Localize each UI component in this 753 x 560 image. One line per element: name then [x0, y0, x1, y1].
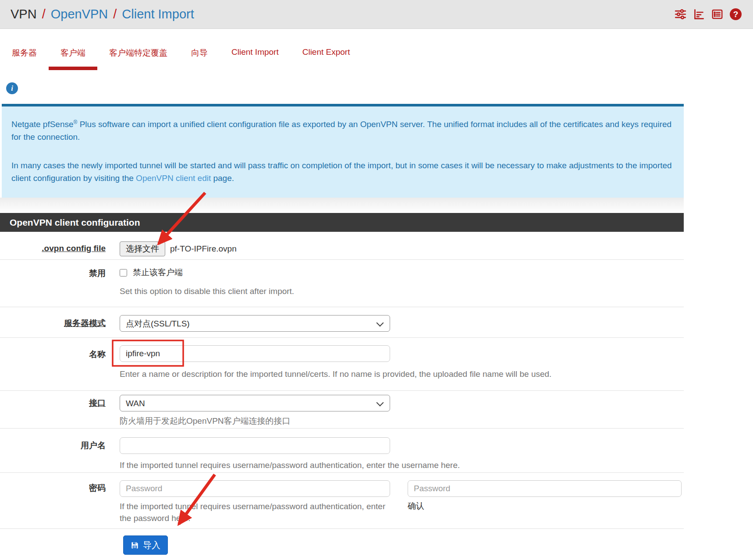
selected-file-name: pf-TO-IPFire.ovpn — [170, 244, 237, 254]
password-help-text: If the imported tunnel requires username… — [120, 500, 390, 524]
tab-client-export[interactable]: Client Export — [291, 45, 362, 70]
import-button-label: 导入 — [143, 539, 160, 551]
breadcrumb-separator: / — [113, 7, 117, 21]
top-breadcrumb-bar: VPN / OpenVPN / Client Import ? — [0, 0, 753, 29]
breadcrumb-root: VPN — [11, 7, 37, 21]
breadcrumb-separator: / — [42, 7, 46, 21]
tab-client-import[interactable]: Client Import — [220, 45, 291, 70]
disable-label: 禁用 — [89, 269, 106, 278]
save-icon — [131, 541, 139, 549]
password-label: 密码 — [89, 483, 106, 493]
interface-label: 接口 — [89, 398, 106, 408]
username-label: 用户名 — [81, 441, 106, 450]
alert-text: Netgate pfSense — [11, 120, 74, 129]
disable-checkbox-row: 禁止该客户端 — [120, 267, 684, 278]
alert-text: Plus software can import a unified clien… — [11, 120, 671, 142]
list-icon[interactable] — [711, 8, 723, 20]
form-row-server-mode: 服务器模式 点对点(SSL/TLS) — [0, 307, 684, 338]
panel-shadow-strip — [0, 198, 684, 213]
alert-paragraph-2: In many cases the newly imported tunnel … — [11, 159, 673, 184]
interface-select-wrap: WAN — [120, 395, 390, 411]
breadcrumb-link-openvpn[interactable]: OpenVPN — [51, 7, 108, 21]
name-label: 名称 — [89, 350, 106, 359]
interface-help-text: 防火墙用于发起此OpenVPN客户端连接的接口 — [120, 415, 684, 427]
ovpn-file-label: .ovpn config file — [42, 244, 106, 253]
form-row-ovpn-file: .ovpn config file 选择文件 pf-TO-IPFire.ovpn — [0, 232, 684, 260]
server-mode-label: 服务器模式 — [64, 319, 106, 328]
alert-text: page. — [211, 174, 234, 183]
form-row-password: 密码 If the imported tunnel requires usern… — [0, 473, 684, 529]
tab-bar: 服务器 客户端 客户端特定覆盖 向导 Client Import Client … — [0, 45, 753, 70]
disable-help-text: Set this option to disable this client a… — [120, 285, 684, 297]
sliders-icon[interactable] — [675, 8, 686, 20]
openvpn-client-configuration-panel: OpenVPN client configuration .ovpn confi… — [0, 213, 684, 555]
choose-file-button[interactable]: 选择文件 — [120, 241, 165, 256]
tab-wizard[interactable]: 向导 — [179, 45, 220, 70]
breadcrumb-link-client-import[interactable]: Client Import — [122, 7, 194, 21]
disable-checkbox-label: 禁止该客户端 — [133, 267, 183, 278]
password-confirm-input[interactable] — [408, 480, 682, 497]
panel-title: OpenVPN client configuration — [0, 213, 684, 232]
form-row-disable: 禁用 禁止该客户端 Set this option to disable thi… — [0, 260, 684, 307]
tab-clients[interactable]: 客户端 — [49, 45, 97, 70]
breadcrumb: VPN / OpenVPN / Client Import — [11, 7, 194, 21]
import-button[interactable]: 导入 — [123, 535, 168, 555]
openvpn-client-edit-link[interactable]: OpenVPN client edit — [136, 174, 211, 183]
alert-text: In many cases the newly imported tunnel … — [11, 161, 672, 183]
server-mode-select-wrap: 点对点(SSL/TLS) — [120, 315, 390, 332]
bar-chart-icon[interactable] — [693, 8, 705, 20]
tab-client-specific-overrides[interactable]: 客户端特定覆盖 — [97, 45, 179, 70]
name-help-text: Enter a name or description for the impo… — [120, 368, 684, 380]
interface-select[interactable]: WAN — [120, 395, 390, 411]
info-icon[interactable]: i — [6, 82, 18, 94]
form-row-username: 用户名 If the imported tunnel requires user… — [0, 429, 684, 473]
tab-servers[interactable]: 服务器 — [0, 45, 49, 70]
form-row-name: 名称 Enter a name or description for the i… — [0, 338, 684, 391]
name-input[interactable] — [120, 345, 390, 362]
password-confirm-label: 确认 — [408, 500, 682, 512]
password-input[interactable] — [120, 480, 390, 497]
alert-paragraph-1: Netgate pfSense® Plus software can impor… — [11, 116, 673, 143]
username-input[interactable] — [120, 437, 390, 454]
form-footer: 导入 — [0, 529, 684, 555]
topbar-icons: ? — [675, 8, 742, 20]
server-mode-select[interactable]: 点对点(SSL/TLS) — [120, 315, 390, 332]
info-alert: Netgate pfSense® Plus software can impor… — [2, 104, 684, 198]
username-help-text: If the imported tunnel requires username… — [120, 459, 684, 471]
form-row-interface: 接口 WAN 防火墙用于发起此OpenVPN客户端连接的接口 — [0, 391, 684, 429]
disable-client-checkbox[interactable] — [120, 269, 127, 276]
help-icon[interactable]: ? — [730, 8, 742, 20]
